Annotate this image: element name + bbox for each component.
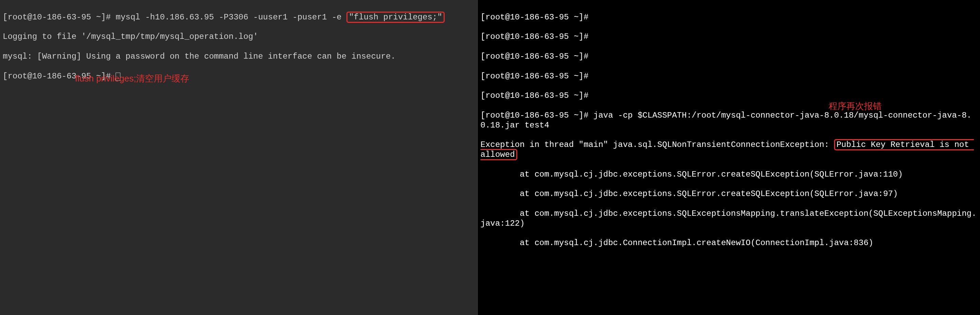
stack-trace-line: at com.mysql.cj.jdbc.ConnectionImpl.crea…: [480, 238, 977, 248]
shell-prompt: [root@10-186-63-95 ~]#: [480, 91, 977, 101]
shell-prompt: [root@10-186-63-95 ~]#: [3, 13, 111, 22]
java-command: [root@10-186-63-95 ~]# java -cp $CLASSPA…: [480, 111, 977, 130]
annotation-flush-cache: flush privileges;清空用户缓存: [75, 73, 189, 84]
shell-prompt: [root@10-186-63-95 ~]#: [480, 13, 977, 22]
stack-trace-line: at com.mysql.cj.jdbc.exceptions.SQLError…: [480, 170, 977, 180]
terminal-right[interactable]: [root@10-186-63-95 ~]# [root@10-186-63-9…: [477, 0, 980, 315]
mysql-warning: mysql: [Warning] Using a password on the…: [3, 52, 475, 62]
shell-prompt: [root@10-186-63-95 ~]#: [480, 72, 977, 81]
stack-trace-line: at com.mysql.cj.jdbc.exceptions.SQLExcep…: [480, 209, 977, 229]
exception-text: Exception in thread "main" java.sql.SQLN…: [480, 140, 834, 149]
terminal-left[interactable]: [root@10-186-63-95 ~]# mysql -h10.186.63…: [0, 0, 477, 315]
shell-prompt: [root@10-186-63-95 ~]#: [480, 32, 977, 42]
stack-trace-line: at com.mysql.cj.jdbc.exceptions.SQLError…: [480, 189, 977, 199]
shell-prompt: [root@10-186-63-95 ~]#: [480, 52, 977, 62]
log-output: Logging to file '/mysql_tmp/tmp/mysql_op…: [3, 32, 475, 42]
annotation-error-again: 程序再次报错: [829, 101, 882, 111]
highlight-flush-privileges: "flush privileges;": [347, 11, 445, 23]
mysql-command-text: mysql -h10.186.63.95 -P3306 -uuser1 -pus…: [111, 13, 347, 22]
